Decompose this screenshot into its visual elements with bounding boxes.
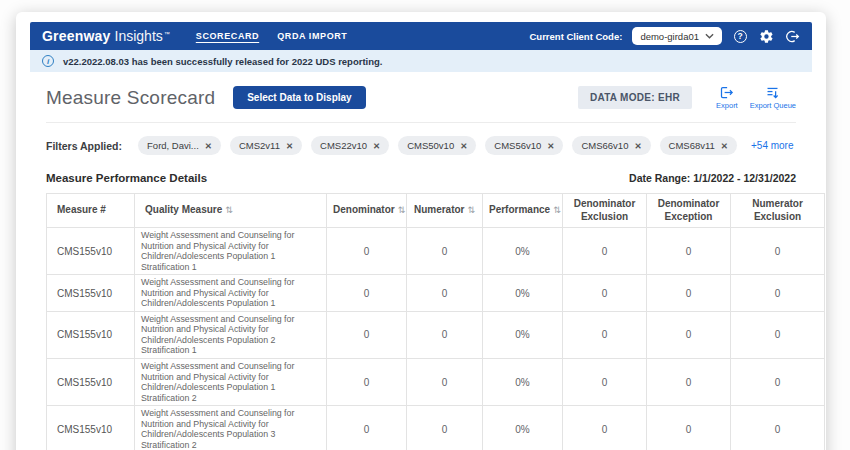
measure-cell: CMS155v10: [47, 311, 135, 358]
chip-remove-icon[interactable]: ✕: [721, 141, 728, 151]
quality-cell: Weight Assessment and Counseling for Nut…: [135, 228, 327, 275]
filter-chip-label: CMS66v10: [581, 140, 628, 151]
filter-chip: CMS50v10✕: [398, 136, 476, 155]
performance-cell: 0%: [483, 311, 563, 358]
chevron-down-icon: [705, 33, 714, 39]
brand-name-bold: Greenway: [42, 28, 111, 44]
data-mode-badge: DATA MODE: EHR: [578, 86, 692, 109]
numerator-cell: 0: [407, 406, 483, 450]
table-row: CMS155v10Weight Assessment and Counselin…: [47, 359, 825, 406]
column-header-measure: Measure #: [47, 194, 135, 228]
performance-cell: 0%: [483, 228, 563, 275]
chip-remove-icon[interactable]: ✕: [373, 141, 380, 151]
sort-icon: ⇅: [398, 205, 406, 215]
chip-remove-icon[interactable]: ✕: [205, 141, 212, 151]
performance-cell: 0%: [483, 406, 563, 450]
settings-button[interactable]: [758, 28, 774, 44]
table-row: CMS155v10Weight Assessment and Counselin…: [47, 406, 825, 450]
help-button[interactable]: ?: [732, 28, 748, 44]
denominator-cell: 0: [327, 406, 407, 450]
column-label: Quality Measure: [145, 204, 222, 215]
column-header-performance[interactable]: Performance⇅: [483, 194, 563, 228]
export-button[interactable]: Export: [716, 85, 738, 110]
numerator-exclusion-cell: 0: [731, 359, 825, 406]
column-label: Denominator Exclusion: [574, 198, 636, 222]
denominator-exception-cell: 0: [647, 228, 731, 275]
numerator-cell: 0: [407, 311, 483, 358]
main-nav: SCORECARDQRDA IMPORT: [196, 31, 348, 41]
filter-chip: CMS22v10✕: [311, 136, 389, 155]
filters-bar: Filters Applied: Ford, Davi...✕CMS2v11✕C…: [46, 136, 796, 155]
filters-applied-label: Filters Applied:: [46, 140, 122, 152]
denominator-cell: 0: [327, 228, 407, 275]
measure-performance-table: Measure #Quality Measure⇅Denominator⇅Num…: [46, 193, 825, 450]
denominator-exception-cell: 0: [647, 275, 731, 312]
table-header-row: Measure #Quality Measure⇅Denominator⇅Num…: [47, 194, 825, 228]
trademark-symbol: ™: [164, 31, 170, 37]
numerator-cell: 0: [407, 359, 483, 406]
chip-remove-icon[interactable]: ✕: [286, 141, 293, 151]
export-queue-button[interactable]: Export Queue: [750, 85, 796, 110]
sort-icon: ⇅: [225, 205, 233, 215]
logout-icon: [785, 29, 800, 44]
column-label: Denominator Exception: [658, 198, 720, 222]
column-header-denominator[interactable]: Denominator⇅: [327, 194, 407, 228]
denominator-exclusion-cell: 0: [563, 359, 647, 406]
column-header-denominator-exception: Denominator Exception: [647, 194, 731, 228]
app-window: Greenway Insights ™ SCORECARDQRDA IMPORT…: [16, 12, 826, 450]
performance-cell: 0%: [483, 275, 563, 312]
sort-icon: ⇅: [553, 205, 561, 215]
numerator-exclusion-cell: 0: [731, 311, 825, 358]
column-label: Performance: [489, 204, 550, 215]
column-header-quality-measure[interactable]: Quality Measure⇅: [135, 194, 327, 228]
denominator-exception-cell: 0: [647, 406, 731, 450]
denominator-cell: 0: [327, 275, 407, 312]
numerator-exclusion-cell: 0: [731, 228, 825, 275]
filter-chip-label: CMS68v11: [669, 140, 715, 151]
info-icon: i: [42, 55, 54, 67]
column-label: Numerator: [414, 204, 465, 215]
filter-chip-label: CMS56v10: [494, 140, 541, 151]
brand-logo: Greenway Insights ™: [42, 28, 170, 44]
numerator-cell: 0: [407, 275, 483, 312]
denominator-cell: 0: [327, 359, 407, 406]
chip-remove-icon[interactable]: ✕: [547, 141, 554, 151]
release-banner: i v22.2022.08.03 has been successfully r…: [30, 50, 812, 72]
more-filters-link[interactable]: +54 more: [751, 140, 794, 151]
filter-chip-label: CMS50v10: [407, 140, 454, 151]
denominator-exception-cell: 0: [647, 311, 731, 358]
denominator-exception-cell: 0: [647, 359, 731, 406]
filter-chip: CMS2v11✕: [230, 136, 302, 155]
column-label: Denominator: [333, 204, 395, 215]
details-header: Measure Performance Details Date Range: …: [46, 172, 796, 184]
filter-chip: CMS66v10✕: [572, 136, 650, 155]
details-title: Measure Performance Details: [46, 172, 207, 184]
filter-chip: Ford, Davi...✕: [138, 136, 221, 155]
filter-chip-label: CMS2v11: [239, 140, 280, 151]
filter-chip: CMS56v10✕: [485, 136, 563, 155]
denominator-exclusion-cell: 0: [563, 275, 647, 312]
table-row: CMS155v10Weight Assessment and Counselin…: [47, 228, 825, 275]
nav-item-scorecard[interactable]: SCORECARD: [196, 31, 259, 41]
top-navigation-bar: Greenway Insights ™ SCORECARDQRDA IMPORT…: [30, 22, 812, 50]
measure-cell: CMS155v10: [47, 359, 135, 406]
chip-remove-icon[interactable]: ✕: [460, 141, 467, 151]
quality-cell: Weight Assessment and Counseling for Nut…: [135, 275, 327, 312]
chip-remove-icon[interactable]: ✕: [634, 141, 641, 151]
sort-icon: ⇅: [468, 205, 476, 215]
numerator-cell: 0: [407, 228, 483, 275]
denominator-exclusion-cell: 0: [563, 311, 647, 358]
help-icon: ?: [734, 30, 747, 43]
client-code-dropdown[interactable]: demo-girda01: [632, 27, 722, 45]
measure-cell: CMS155v10: [47, 275, 135, 312]
date-range-label: Date Range: 1/1/2022 - 12/31/2022: [629, 172, 796, 184]
export-icon: [719, 85, 734, 100]
column-label: Measure #: [57, 204, 106, 215]
measure-cell: CMS155v10: [47, 406, 135, 450]
select-data-button[interactable]: Select Data to Display: [233, 86, 365, 109]
column-header-numerator[interactable]: Numerator⇅: [407, 194, 483, 228]
numerator-exclusion-cell: 0: [731, 406, 825, 450]
header-right-controls: Current Client Code: demo-girda01 ?: [529, 27, 800, 45]
logout-button[interactable]: [784, 28, 800, 44]
nav-item-qrda-import[interactable]: QRDA IMPORT: [277, 31, 347, 41]
